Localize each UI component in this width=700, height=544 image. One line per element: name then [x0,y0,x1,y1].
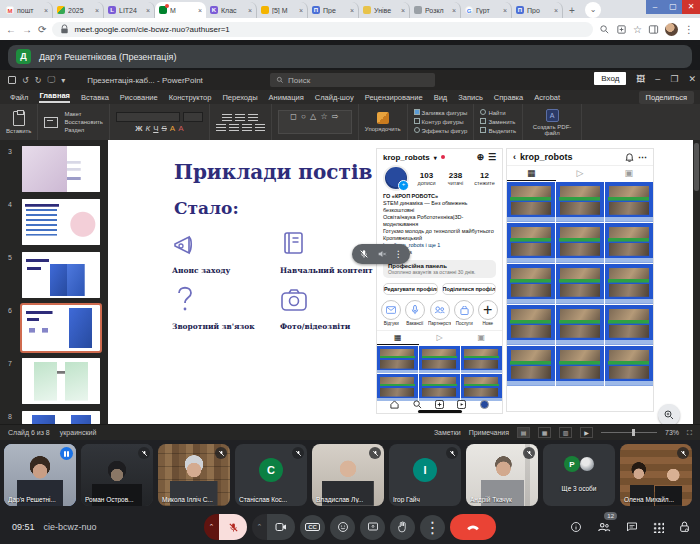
tab-close-icon[interactable]: × [248,7,252,14]
section-button[interactable]: Раздел [64,127,102,134]
bookmark-star-icon[interactable]: ☆ [633,24,642,35]
tab-close-icon[interactable]: × [554,7,558,14]
new-post-icon[interactable] [435,400,444,409]
font-color-button[interactable]: A [178,124,183,133]
share-profile-button[interactable]: Поділитися профілем [442,283,497,295]
reading-view-icon[interactable]: ▥ [559,427,572,438]
browser-tab[interactable]: 2025× [53,2,104,18]
participant-tile[interactable]: С Станіслав Кос... [235,444,307,506]
bold-button[interactable]: Ж [135,124,142,133]
tab-close-icon[interactable]: × [146,7,150,14]
zoom-percent[interactable]: 73% [665,429,679,436]
highlight-color-button[interactable]: A [170,124,175,133]
volume-off-icon[interactable] [377,249,387,259]
ig-post[interactable] [556,182,604,222]
mic-button[interactable]: ⌃ [204,514,247,540]
fit-slide-icon[interactable]: ⛶ [687,429,692,437]
reload-icon[interactable]: ⟳ [38,24,46,35]
browser-tab[interactable]: GГурт× [461,2,512,18]
ig-post[interactable] [556,305,604,345]
more-people-tile[interactable]: Р Ще 3 особи [543,444,615,506]
slide-thumbnail-3[interactable] [22,146,100,192]
ppt-search-box[interactable]: Поиск [270,73,435,87]
chat-button[interactable] [626,521,638,533]
zoom-page-icon[interactable] [599,24,610,35]
new-tab-button[interactable]: + [565,4,579,18]
camera-options-chevron[interactable]: ⌃ [252,514,267,540]
ribbon-tab[interactable]: Вставка [81,93,109,102]
host-controls-button[interactable] [679,521,690,533]
zoom-slider[interactable] [601,432,657,433]
participant-tile[interactable]: Роман Остров... [81,444,153,506]
ig-post[interactable] [507,223,555,263]
ribbon-tab[interactable]: Переходы [222,93,257,102]
slideshow-view-icon[interactable]: ▶ [580,427,593,438]
grid-tab-icon[interactable]: ▦ [507,166,556,181]
highlight-item[interactable]: Відгуки [381,300,402,326]
camera-button[interactable]: ⌃ [252,514,295,540]
ppt-restore-button[interactable]: ❐ [670,74,678,84]
browser-tab[interactable]: Mпошт× [2,2,53,18]
slide-thumbnail-6-selected[interactable] [22,305,100,351]
reactions-button[interactable] [330,515,355,540]
ribbon-tab[interactable]: Конструктор [169,93,212,102]
ig-post[interactable] [556,346,604,386]
font-name-box[interactable] [116,112,180,122]
underline-button[interactable]: Ч [153,124,158,133]
reset-button[interactable]: Восстановить [64,119,102,126]
tab-close-icon[interactable]: × [401,7,405,14]
slideshow-icon[interactable]: 🖵 [47,75,55,85]
tagged-tab-icon[interactable]: ▣ [604,166,653,181]
slide-thumbnail-4[interactable] [22,199,100,245]
grid-tab-icon[interactable]: ▦ [377,331,419,345]
reels-tab-icon[interactable]: ▷ [556,166,605,181]
ig-post[interactable] [507,264,555,304]
ribbon-display-icon[interactable]: 🖽 [636,74,645,84]
participant-tile[interactable]: Олена Михайл... [620,444,692,506]
ribbon-tab-active[interactable]: Главная [39,91,70,103]
numbering-icon[interactable] [235,113,245,121]
participant-tile[interactable]: Дар'я Решетні... [4,444,76,506]
create-pdf-icon[interactable]: A [546,109,559,122]
raise-hand-button[interactable] [390,515,415,540]
participant-tile[interactable]: Андрій Ткачук [466,444,538,506]
find-button[interactable]: Найти [480,109,516,117]
tab-close-icon[interactable]: × [44,7,48,14]
bell-icon[interactable] [625,152,634,162]
close-button[interactable]: ✕ [682,0,700,14]
participant-tile[interactable]: І Ігор Гайч [389,444,461,506]
highlight-item[interactable]: Вакансії [405,300,426,326]
ribbon-tab[interactable]: Acrobat [534,93,560,102]
home-icon[interactable] [390,400,399,409]
ig-post[interactable] [419,346,460,373]
ig-post[interactable] [605,305,653,345]
ig-post[interactable] [605,182,653,222]
ribbon-tab[interactable]: Анимация [269,93,304,102]
shape-fill-button[interactable]: Заливка фигуры [414,109,468,117]
slide-thumbnail-7[interactable] [22,358,100,404]
back-icon[interactable]: ← [6,24,16,35]
ig-post[interactable] [556,264,604,304]
browser-tab[interactable]: LLIT24× [104,2,155,18]
justify-icon[interactable] [255,123,265,131]
browser-tab[interactable]: KКлас× [206,2,257,18]
slide-thumbnail-5[interactable] [22,252,100,298]
url-bar[interactable]: meet.google.com/cie-bcwz-nuo?authuser=1 [52,22,593,37]
profile-avatar[interactable] [665,23,678,36]
menu-icon[interactable]: ☰ [488,152,496,162]
more-options-icon[interactable]: ⋯ [638,152,647,162]
participants-button[interactable]: 12 [597,521,611,533]
tab-close-icon[interactable]: × [503,7,507,14]
normal-view-icon[interactable]: ▤ [517,427,530,438]
indent-icon[interactable] [248,113,258,121]
font-size-box[interactable] [183,112,203,122]
signin-button[interactable]: Вход [594,72,626,85]
new-slide-icon[interactable] [44,117,58,128]
minimize-button[interactable]: – [646,0,664,14]
sidepanel-icon[interactable] [648,24,659,35]
magnifier-zoom-button[interactable] [658,404,680,424]
ribbon-tab[interactable]: Слайд-шоу [315,93,354,102]
slide-thumbnail-8[interactable] [22,411,100,424]
browser-tab[interactable]: Уніве× [359,2,410,18]
ig-post[interactable] [377,374,418,401]
